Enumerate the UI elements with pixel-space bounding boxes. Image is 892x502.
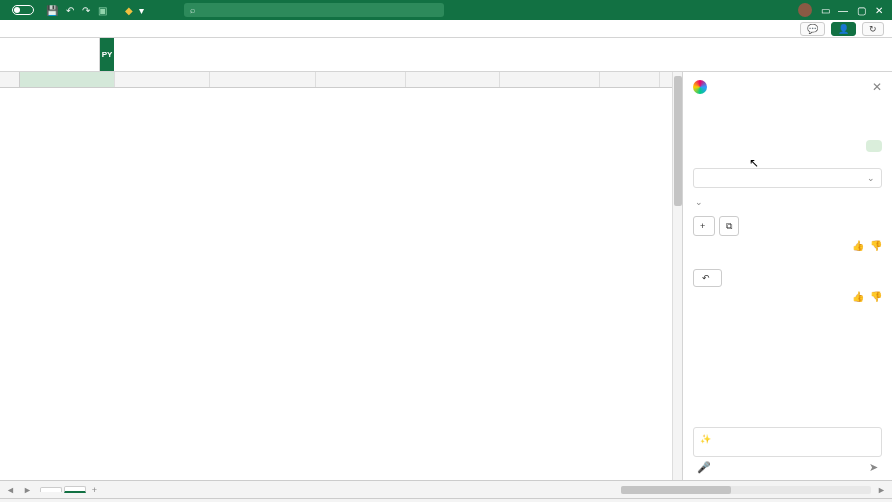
chevron-down-icon: ⌄ [695,197,703,207]
redo-icon[interactable]: ↷ [82,5,90,16]
formula-bar: PY [0,38,892,72]
thumbs-up-icon[interactable]: 👍 [852,291,864,302]
share-button[interactable]: 👤 [831,22,856,36]
thumbs-down-icon[interactable]: 👎 [870,291,882,302]
sheet-tab-forecast[interactable] [64,486,86,493]
ribbon: 💬 👤 ↻ [0,20,892,38]
undo-icon[interactable]: ↶ [66,5,74,16]
search-input[interactable]: ⌕ [184,3,444,17]
col-E[interactable] [406,72,500,87]
worksheet[interactable] [0,72,672,480]
disclaimer-2: 👍👎 [693,291,882,302]
python-marker: PY [100,38,114,71]
sparkle-icon: ✨ [700,434,711,444]
undo-button[interactable]: ↶ [693,269,722,287]
name-box[interactable] [0,38,100,71]
copilot-logo-icon [693,80,707,94]
col-C[interactable] [210,72,316,87]
col-A[interactable] [20,72,115,87]
undo-icon: ↶ [702,273,710,283]
search-icon: ⌕ [190,5,195,15]
shield-icon: ◆ [125,5,133,16]
chevron-down-icon: ⌄ [867,173,875,183]
prompt-input[interactable]: ✨ [693,427,882,457]
insert-sheet-button[interactable]: + [693,216,715,236]
sheet-tabs: ◄ ► + ► [0,480,892,498]
col-B[interactable] [115,72,210,87]
status-bar: ▦ [0,498,892,502]
copy-icon: ⧉ [726,221,732,232]
formula-input[interactable] [114,38,892,71]
maximize-icon[interactable]: ▢ [856,5,866,16]
plus-icon: + [700,221,705,231]
disclaimer: 👍👎 [693,240,882,251]
tab-nav-prev[interactable]: ◄ [6,485,15,495]
close-icon[interactable]: ✕ [874,5,884,16]
horizontal-scrollbar[interactable] [621,486,871,494]
save-icon[interactable]: 💾 [46,5,58,16]
user-message [866,140,882,152]
copilot-pane: ✕ ⌄ ⌄ + ⧉ 👍👎 ↶ ↖ 👍👎 ✨ [682,72,892,480]
chevron-down-icon: ▾ [139,5,144,16]
send-icon[interactable]: ➤ [869,461,878,474]
sensitivity-label[interactable]: ◆ ▾ [125,5,144,16]
catchup-button[interactable]: ↻ [862,22,884,36]
ribbon-options-icon[interactable]: ▭ [820,5,830,16]
col-D[interactable] [316,72,406,87]
select-all[interactable] [0,72,20,87]
thumbs-down-icon[interactable]: 👎 [870,240,882,251]
mic-icon[interactable]: 🎤 [697,461,711,474]
sheet-tab-contoso[interactable] [40,487,62,492]
titlebar: 💾 ↶ ↷ ▣ ◆ ▾ ⌕ ▭ — ▢ ✕ [0,0,892,20]
tab-nav-next[interactable]: ► [23,485,32,495]
copy-button[interactable]: ⧉ [719,216,739,236]
close-pane-icon[interactable]: ✕ [872,80,882,94]
col-F[interactable] [500,72,600,87]
col-G[interactable] [600,72,660,87]
excel-icon: ▣ [98,5,107,16]
autosave-toggle[interactable] [12,5,34,15]
comments-button[interactable]: 💬 [800,22,825,36]
minimize-icon[interactable]: — [838,5,848,16]
avatar[interactable] [798,3,812,17]
add-sheet-icon[interactable]: + [92,485,97,495]
scroll-right-icon[interactable]: ► [877,485,886,495]
thumbs-up-icon[interactable]: 👍 [852,240,864,251]
python-code-card[interactable]: ⌄ [693,168,882,188]
explain-code-card[interactable]: ⌄ [693,193,882,211]
column-headers [0,72,672,88]
vertical-scrollbar[interactable] [672,72,682,480]
